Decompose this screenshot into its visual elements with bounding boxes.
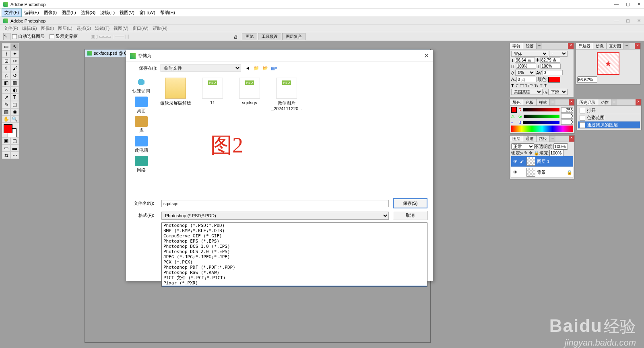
history-item[interactable]: 通过拷贝的图层 (578, 121, 640, 129)
tracking-select[interactable]: 0% (515, 70, 535, 76)
kerning-input[interactable] (543, 70, 563, 75)
dodge-tool[interactable]: ◐ (10, 86, 19, 94)
wand-tool[interactable]: ✦ (10, 50, 19, 58)
path-tool[interactable]: ↗ (2, 94, 10, 101)
opacity-input[interactable] (553, 143, 568, 150)
save-button[interactable]: 保存(S) (393, 198, 427, 208)
antialias-select[interactable]: 平滑 (548, 89, 568, 95)
tab-paths[interactable]: 路径 (537, 136, 550, 142)
leading-input[interactable] (540, 58, 560, 63)
slice-tool[interactable]: ✂ (10, 58, 19, 65)
eyedropper-tool[interactable]: ◉ (10, 108, 19, 115)
submenu-window[interactable]: 窗口(W) (130, 25, 151, 32)
screenmode-icon[interactable]: ▢ (10, 137, 19, 144)
tab-history[interactable]: 历史记录 (577, 99, 598, 105)
format-option[interactable]: Photoshop PDF (*.PDF;*.PDP) (162, 265, 427, 270)
hscale-input[interactable] (541, 64, 561, 69)
r-slider[interactable] (523, 108, 559, 111)
lock-icons[interactable]: ▫ ✎ ✥ 🔒 (521, 150, 539, 155)
submenu-image[interactable]: 图像(I) (39, 25, 56, 32)
zoom-tool[interactable]: 🔍 (10, 115, 19, 123)
sub-maximize-icon[interactable]: ▢ (626, 18, 630, 23)
viewmenu-icon[interactable]: ▦▾ (271, 65, 277, 71)
menu-view[interactable]: 视图(V) (117, 9, 137, 16)
gradient-tool[interactable]: ▦ (10, 79, 19, 86)
file-item[interactable]: 傲软录屏破解版 (160, 78, 191, 106)
format-option[interactable]: Photoshop (*.PSD;*.PDD) (162, 223, 427, 228)
show-bounds-checkbox[interactable]: 显示定界框 (50, 33, 78, 39)
place-quick[interactable]: 快速访问 (132, 77, 150, 94)
text-color-swatch[interactable] (548, 77, 560, 82)
tab-brushes[interactable]: 画笔 (242, 33, 257, 40)
menu-window[interactable]: 窗口(W) (137, 9, 158, 16)
tab-swatches[interactable]: 色板 (523, 99, 537, 105)
tab-color[interactable]: 颜色 (510, 99, 523, 105)
eraser-tool[interactable]: ◧ (2, 79, 10, 86)
spectrum-picker[interactable] (511, 126, 573, 132)
format-option[interactable]: PICT 文件 (*.PCT;*.PICT) (162, 275, 427, 280)
fg-swatch[interactable] (511, 107, 517, 113)
history-item[interactable]: 色彩范围 (578, 114, 640, 121)
newfolder-icon[interactable]: 📂 (262, 65, 268, 71)
close-icon[interactable]: ✕ (637, 2, 641, 7)
font-style-select[interactable]: - (549, 51, 568, 57)
tab-channels[interactable]: 通道 (523, 136, 537, 142)
move-tool-icon[interactable]: ↖ (3, 33, 10, 40)
tab-layer-comps[interactable]: 图层复合 (282, 33, 305, 40)
dialog-close-icon[interactable]: ✕ (424, 52, 429, 60)
file-item[interactable]: 微信图片_2024111220... (271, 78, 302, 111)
menu-file[interactable]: 文件(F) (2, 8, 22, 17)
jump-icon[interactable]: ⇆ (2, 152, 10, 159)
zoom-input[interactable] (577, 76, 597, 83)
visibility-icon[interactable]: 👁 (512, 159, 518, 164)
format-option[interactable]: Photoshop DCS 1.0 (*.EPS) (162, 244, 427, 249)
file-list[interactable]: 傲软录屏破解版 11 sqxfsqs 微信图片_2024111220... 图2 (157, 74, 433, 195)
maximize-icon[interactable]: ▢ (626, 2, 630, 7)
place-desktop[interactable]: 桌面 (135, 97, 148, 114)
menu-layer[interactable]: 图层(L) (59, 9, 78, 16)
format-select[interactable]: Photoshop (*.PSD;*.PDD) (161, 212, 389, 220)
menu-select[interactable]: 选择(S) (78, 9, 98, 16)
menu-help[interactable]: 帮助(H) (158, 9, 178, 16)
screen-std-icon[interactable]: ▭ (2, 144, 10, 152)
layer-row[interactable]: 👁🖌图层 1 (511, 156, 573, 167)
notes-tool[interactable]: ▤ (2, 108, 10, 115)
format-option[interactable]: PCX (*.PCX) (162, 259, 427, 265)
tab-tool-presets[interactable]: 工具预设 (258, 33, 281, 40)
submenu-help[interactable]: 帮助(H) (151, 25, 169, 32)
lasso-tool[interactable]: ⌇ (2, 50, 10, 58)
sub-close-icon[interactable]: ✕ (637, 18, 641, 23)
quickmask-icon[interactable]: ▣ (2, 137, 10, 144)
visibility-icon[interactable]: 👁 (512, 170, 518, 175)
tab-info[interactable]: 信息 (593, 43, 607, 49)
r-input[interactable] (561, 107, 573, 113)
submenu-filter[interactable]: 滤镜(T) (93, 25, 111, 32)
filename-input[interactable] (161, 200, 389, 207)
tab-histogram[interactable]: 直方图 (607, 43, 624, 49)
back-icon[interactable]: ◄ (244, 65, 251, 71)
pen-tool[interactable]: ✎ (2, 101, 10, 108)
format-option[interactable]: Photoshop DCS 2.0 (*.EPS) (162, 249, 427, 254)
hand-tool[interactable]: ✋ (2, 115, 10, 123)
print-icon[interactable]: 🖨 (233, 34, 238, 39)
baseline-input[interactable] (516, 77, 537, 82)
submenu-layer[interactable]: 图层(L) (56, 25, 74, 32)
g-slider[interactable] (524, 115, 559, 118)
format-option[interactable]: BMP (*.BMP;*.RLE;*.DIB) (162, 228, 427, 233)
up-icon[interactable]: 📁 (253, 65, 260, 71)
format-option[interactable]: CompuServe GIF (*.GIF) (162, 233, 427, 239)
submenu-select[interactable]: 选择(S) (74, 25, 93, 32)
file-item[interactable]: 11 (197, 78, 228, 105)
screen-full-icon[interactable]: ▬ (10, 144, 19, 152)
cancel-button[interactable]: 取消 (393, 211, 427, 220)
panel-min-icon[interactable]: – (537, 43, 542, 49)
g-input[interactable] (561, 113, 573, 119)
menu-image[interactable]: 图像(I) (41, 9, 59, 16)
tab-navigator[interactable]: 导航器 (576, 43, 593, 49)
blend-mode-select[interactable]: 正常 (511, 143, 535, 150)
place-library[interactable]: 库 (135, 116, 148, 134)
file-item[interactable]: sqxfsqs (234, 78, 265, 105)
marquee-tool[interactable]: ▭ (2, 43, 10, 50)
format-option[interactable]: Photoshop Raw (*.RAW) (162, 270, 427, 275)
submenu-file[interactable]: 文件(F) (2, 25, 20, 32)
